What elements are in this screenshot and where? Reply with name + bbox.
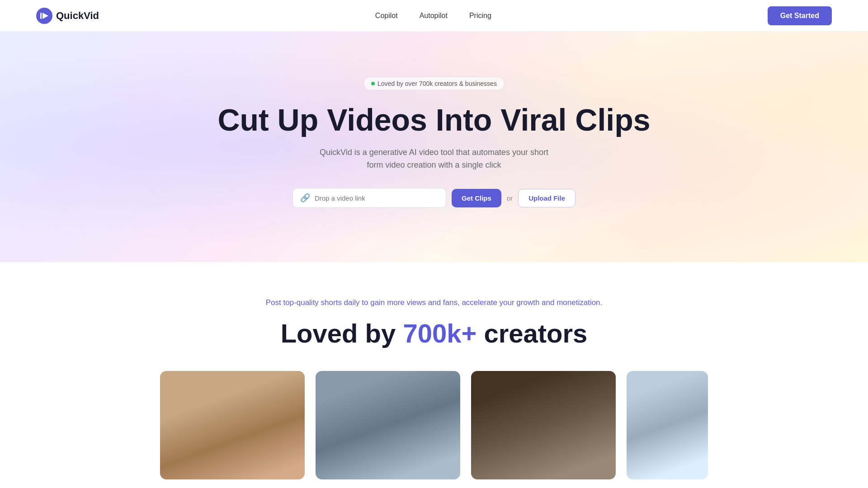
- badge-text: Loved by over 700k creators & businesses: [377, 80, 497, 87]
- loved-badge: Loved by over 700k creators & businesses: [363, 77, 505, 90]
- svg-rect-2: [40, 13, 42, 19]
- logo-text: QuickVid: [56, 10, 99, 22]
- input-row: 🔗 Get Clips or Upload File: [292, 188, 576, 208]
- video-link-input[interactable]: [315, 194, 439, 202]
- get-clips-button[interactable]: Get Clips: [452, 189, 501, 207]
- nav-autopilot[interactable]: Autopilot: [420, 12, 448, 20]
- nav-links: Copilot Autopilot Pricing: [375, 12, 491, 20]
- navbar: QuickVid Copilot Autopilot Pricing Get S…: [0, 0, 868, 32]
- testimonial-card-2: [316, 371, 460, 479]
- loved-prefix: Loved by: [281, 319, 403, 348]
- testimonial-card-3: [471, 371, 616, 479]
- video-input-box: 🔗: [292, 188, 446, 208]
- social-proof-section: Post top-quality shorts daily to gain mo…: [0, 262, 868, 488]
- logo-icon: [36, 8, 52, 24]
- nav-copilot[interactable]: Copilot: [375, 12, 398, 20]
- loved-count: 700k+: [403, 319, 476, 348]
- nav-pricing[interactable]: Pricing: [469, 12, 491, 20]
- hero-section: Loved by over 700k creators & businesses…: [0, 32, 868, 262]
- hero-title: Cut Up Videos Into Viral Clips: [217, 103, 650, 137]
- logo[interactable]: QuickVid: [36, 8, 99, 24]
- get-started-button[interactable]: Get Started: [768, 6, 832, 25]
- testimonial-card-4: [627, 371, 708, 479]
- or-separator: or: [507, 194, 513, 202]
- hero-subtitle: QuickVid is a generative AI video tool t…: [316, 146, 552, 172]
- loved-heading: Loved by 700k+ creators: [281, 318, 588, 348]
- loved-suffix: creators: [476, 319, 587, 348]
- testimonial-card-1: [160, 371, 305, 479]
- link-icon: 🔗: [300, 193, 310, 203]
- testimonial-grid: [36, 371, 832, 479]
- upload-file-button[interactable]: Upload File: [518, 189, 576, 207]
- live-dot: [371, 82, 375, 85]
- social-tagline: Post top-quality shorts daily to gain mo…: [266, 298, 603, 307]
